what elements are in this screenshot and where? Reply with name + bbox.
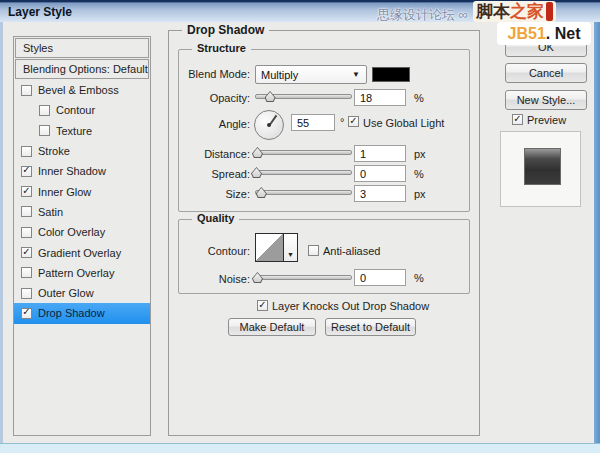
watermark-ribbon-icon — [546, 2, 553, 21]
sidebar-item-texture[interactable]: ✓Texture — [14, 121, 150, 141]
preview-checkbox[interactable]: ✓ — [512, 114, 523, 125]
styles-list: Styles Blending Options: Default ✓Bevel … — [13, 36, 151, 436]
contour-checkbox[interactable]: ✓ — [39, 105, 50, 116]
color-overlay-checkbox[interactable]: ✓ — [21, 227, 32, 238]
sidebar-item-blending-options[interactable]: Blending Options: Default — [15, 59, 149, 79]
noise-unit: % — [414, 272, 424, 284]
bevel-emboss-checkbox[interactable]: ✓ — [21, 85, 32, 96]
noise-field[interactable]: 0 — [354, 269, 406, 286]
spread-unit: % — [414, 168, 424, 180]
watermark-site-card: JB51 . Net — [497, 22, 591, 45]
size-label: Size: — [179, 188, 250, 200]
outer-glow-checkbox[interactable]: ✓ — [21, 288, 32, 299]
opacity-slider[interactable] — [255, 91, 352, 103]
stroke-checkbox[interactable]: ✓ — [21, 146, 32, 157]
size-slider[interactable] — [255, 187, 352, 199]
effects-list: ✓Bevel & Emboss✓Contour✓Texture✓Stroke✓I… — [14, 80, 150, 324]
opacity-unit: % — [414, 92, 424, 104]
structure-group-label: Structure — [192, 42, 251, 54]
sidebar-item-satin[interactable]: ✓Satin — [14, 202, 150, 222]
angle-center-dot — [267, 123, 271, 127]
distance-label: Distance: — [179, 148, 250, 160]
opacity-field[interactable]: 18 — [354, 89, 406, 106]
anti-aliased-checkbox[interactable]: ✓ — [308, 245, 319, 256]
satin-checkbox[interactable]: ✓ — [21, 206, 32, 217]
opacity-slider-thumb[interactable] — [265, 91, 276, 102]
sidebar-item-bevel-emboss[interactable]: ✓Bevel & Emboss — [14, 80, 150, 100]
preview-label: Preview — [527, 114, 566, 126]
sidebar-item-inner-shadow[interactable]: ✓Inner Shadow — [14, 161, 150, 181]
style-preview-panel — [500, 131, 581, 207]
angle-unit: ° — [340, 116, 344, 128]
cancel-button[interactable]: Cancel — [505, 63, 587, 83]
sidebar-item-pattern-overlay[interactable]: ✓Pattern Overlay — [14, 263, 150, 283]
anti-aliased-label: Anti-aliased — [323, 245, 380, 257]
sidebar-item-outer-glow[interactable]: ✓Outer Glow — [14, 283, 150, 303]
inner-shadow-checkbox[interactable]: ✓ — [21, 166, 32, 177]
quality-group: Quality Contour: ▼ ✓ Anti-aliased Noise:… — [178, 219, 470, 294]
blend-mode-select[interactable]: Multiply ▼ — [255, 65, 367, 84]
contour-dropdown-arrow[interactable]: ▼ — [284, 233, 298, 262]
spread-slider-track — [255, 170, 352, 175]
sidebar-item-label: Color Overlay — [38, 226, 105, 238]
shadow-color-swatch[interactable] — [372, 67, 410, 82]
opacity-label: Opacity: — [179, 92, 250, 104]
sidebar-item-inner-glow[interactable]: ✓Inner Glow — [14, 181, 150, 201]
watermark-site-part1: JB51 — [508, 25, 546, 43]
use-global-light-checkbox[interactable]: ✓ — [348, 116, 359, 127]
sidebar-item-label: Stroke — [38, 145, 70, 157]
distance-slider-track — [255, 150, 352, 155]
watermark-forum-text: 思缘设计论坛 ∞ — [377, 6, 468, 24]
distance-slider[interactable] — [255, 147, 352, 159]
sidebar-item-drop-shadow[interactable]: ✓Drop Shadow — [14, 303, 150, 323]
noise-slider-thumb[interactable] — [252, 272, 263, 283]
watermark-brand-card: 脚本 之家 — [473, 1, 556, 22]
spread-slider-thumb[interactable] — [251, 167, 262, 178]
sidebar-item-gradient-overlay[interactable]: ✓Gradient Overlay — [14, 242, 150, 262]
new-style-button[interactable]: New Style... — [505, 90, 587, 110]
layer-knocks-out-checkbox[interactable]: ✓ — [257, 300, 268, 311]
size-slider-thumb[interactable] — [256, 187, 267, 198]
watermark-brand-part2: 之家 — [510, 0, 544, 23]
window-border-bottom — [0, 443, 600, 453]
sidebar-item-label: Texture — [56, 125, 92, 137]
distance-field[interactable]: 1 — [354, 145, 406, 162]
sidebar-item-label: Contour — [56, 104, 95, 116]
reset-to-default-button[interactable]: Reset to Default — [325, 318, 416, 336]
spread-slider[interactable] — [255, 167, 352, 179]
sidebar-item-stroke[interactable]: ✓Stroke — [14, 141, 150, 161]
sidebar-item-contour[interactable]: ✓Contour — [14, 100, 150, 120]
texture-checkbox[interactable]: ✓ — [39, 125, 50, 136]
angle-field[interactable]: 55 — [291, 114, 335, 131]
size-field[interactable]: 3 — [354, 185, 406, 202]
sidebar-item-styles[interactable]: Styles — [15, 38, 149, 58]
use-global-light-label: Use Global Light — [363, 117, 444, 129]
size-unit: px — [414, 188, 426, 200]
structure-group: Structure Blend Mode: Multiply ▼ Opacity… — [178, 49, 470, 212]
sidebar-item-label: Bevel & Emboss — [38, 84, 119, 96]
pattern-overlay-checkbox[interactable]: ✓ — [21, 267, 32, 278]
layer-style-dialog: Layer Style 思缘设计论坛 ∞ 脚本 之家 JB51 . Net St… — [0, 0, 600, 453]
sidebar-item-label: Satin — [38, 206, 63, 218]
drop-shadow-checkbox[interactable]: ✓ — [21, 308, 32, 319]
spread-field[interactable]: 0 — [354, 165, 406, 182]
sidebar-item-label: Outer Glow — [38, 287, 94, 299]
make-default-button[interactable]: Make Default — [228, 318, 316, 336]
blend-mode-value: Multiply — [261, 69, 298, 81]
distance-slider-thumb[interactable] — [252, 147, 263, 158]
noise-slider[interactable] — [255, 272, 352, 284]
angle-label: Angle: — [179, 118, 250, 130]
watermark-site-part2: . Net — [546, 25, 581, 43]
sidebar-item-color-overlay[interactable]: ✓Color Overlay — [14, 222, 150, 242]
layer-knocks-out-label: Layer Knocks Out Drop Shadow — [272, 300, 429, 312]
chevron-down-icon: ▼ — [352, 70, 360, 79]
angle-dial[interactable] — [254, 110, 284, 140]
contour-picker[interactable] — [255, 233, 284, 262]
sidebar-item-label: Drop Shadow — [38, 307, 105, 319]
blend-mode-label: Blend Mode: — [179, 68, 250, 80]
panel-title: Drop Shadow — [182, 23, 269, 37]
gradient-overlay-checkbox[interactable]: ✓ — [21, 247, 32, 258]
drop-shadow-panel: Drop Shadow Structure Blend Mode: Multip… — [168, 30, 480, 436]
noise-slider-track — [255, 275, 352, 280]
inner-glow-checkbox[interactable]: ✓ — [21, 186, 32, 197]
